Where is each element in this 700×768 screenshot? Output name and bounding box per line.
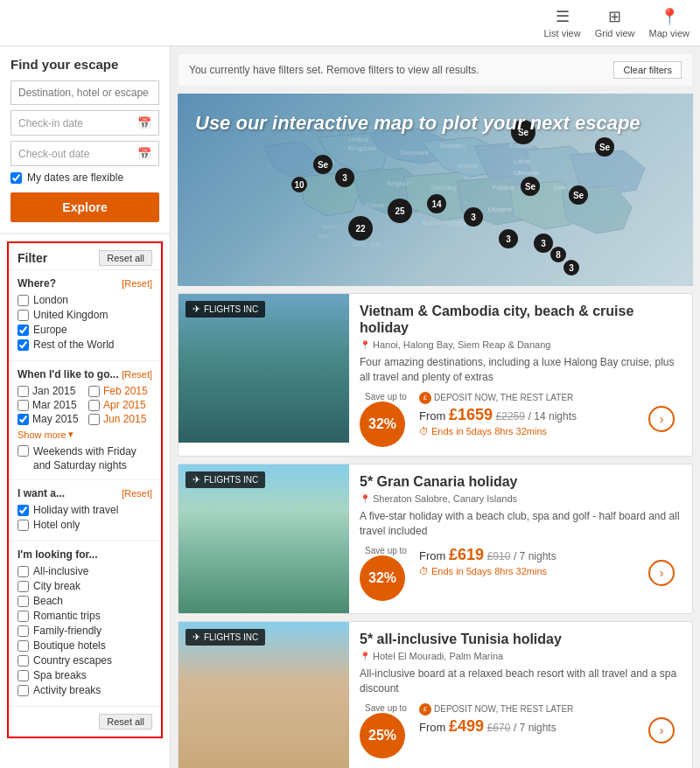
weekends-checkbox[interactable] bbox=[18, 445, 29, 457]
map-pin-se3[interactable]: Se bbox=[313, 155, 332, 174]
looking-label-5[interactable]: Boutique hotels bbox=[33, 639, 106, 652]
flights-badge-2: ✈ FLIGHTS INC bbox=[186, 471, 265, 488]
looking-checkbox-7[interactable] bbox=[18, 670, 29, 681]
looking-label-6[interactable]: Country escapes bbox=[33, 654, 112, 667]
map-view-btn[interactable]: 📍 Map view bbox=[649, 7, 690, 38]
i-want-title: I want a... bbox=[18, 487, 65, 499]
where-label-1[interactable]: United Kingdom bbox=[33, 309, 108, 321]
save-section-1: Save up to 32% bbox=[360, 392, 412, 447]
looking-checkbox-3[interactable] bbox=[18, 611, 29, 622]
map-pin-7[interactable]: 3 bbox=[499, 229, 518, 248]
where-checkbox-1[interactable] bbox=[18, 310, 29, 321]
map-pin-se2[interactable]: Se bbox=[569, 185, 588, 205]
when-reset-link[interactable]: [Reset] bbox=[122, 369, 152, 380]
where-checkbox-2[interactable] bbox=[18, 325, 29, 336]
map-pin-8[interactable]: 3 bbox=[534, 234, 553, 253]
month-checkbox-5[interactable] bbox=[88, 414, 100, 425]
month-checkbox-2[interactable] bbox=[18, 400, 29, 411]
month-checkbox-3[interactable] bbox=[88, 400, 100, 411]
map-pin-9[interactable]: 8 bbox=[550, 247, 566, 262]
price-main-2: From £619 £910 / 7 nights bbox=[419, 546, 641, 564]
grid-view-btn[interactable]: ⊞ Grid view bbox=[595, 7, 635, 38]
i-want-label-1[interactable]: Hotel only bbox=[33, 519, 80, 531]
month-label-4[interactable]: May 2015 bbox=[32, 413, 79, 425]
map-pin-4[interactable]: 25 bbox=[388, 199, 412, 223]
looking-checkbox-1[interactable] bbox=[18, 581, 29, 592]
looking-label-8[interactable]: Activity breaks bbox=[33, 684, 101, 696]
map-pin-10[interactable]: 3 bbox=[564, 260, 579, 276]
where-option-1: United Kingdom bbox=[18, 309, 152, 321]
deal-card-3: ✈ FLIGHTS INC 5* all-inclusive Tunisia h… bbox=[178, 621, 693, 768]
looking-label-4[interactable]: Family-friendly bbox=[33, 625, 102, 637]
map-pin-6[interactable]: 3 bbox=[464, 207, 483, 227]
arrow-circle-2[interactable]: › bbox=[648, 560, 675, 586]
looking-checkbox-5[interactable] bbox=[18, 640, 29, 652]
reset-all-top-button[interactable]: Reset all bbox=[99, 250, 152, 266]
map-pin-3[interactable]: Se bbox=[521, 177, 540, 196]
where-title: Where? bbox=[18, 277, 56, 290]
month-label-1[interactable]: Feb 2015 bbox=[103, 385, 148, 397]
looking-option-1: City break bbox=[18, 580, 152, 592]
list-view-label: List view bbox=[544, 28, 581, 38]
looking-checkbox-0[interactable] bbox=[18, 566, 29, 577]
find-escape-panel: Find your escape Check-in date 📅 Check-o… bbox=[0, 46, 170, 234]
looking-checkbox-8[interactable] bbox=[18, 685, 29, 696]
weekends-label[interactable]: Weekends with Friday and Saturday nights bbox=[33, 445, 152, 472]
deal-arrow-2[interactable]: › bbox=[641, 546, 682, 601]
looking-label-1[interactable]: City break bbox=[33, 580, 80, 592]
save-up-to-label-2: Save up to bbox=[365, 546, 407, 555]
arrow-circle-1[interactable]: › bbox=[648, 406, 675, 432]
looking-label-3[interactable]: Romantic trips bbox=[33, 610, 101, 622]
month-checkbox-0[interactable] bbox=[18, 386, 29, 397]
map-banner[interactable]: Denmark Sweden Estonia Latvia Lithuania … bbox=[178, 94, 693, 286]
i-want-checkbox-1[interactable] bbox=[18, 520, 29, 531]
month-label-0[interactable]: Jan 2015 bbox=[32, 385, 75, 397]
looking-label-7[interactable]: Spa breaks bbox=[33, 669, 87, 681]
map-pin-2[interactable]: Se bbox=[595, 137, 614, 157]
looking-checkbox-2[interactable] bbox=[18, 596, 29, 607]
where-label-0[interactable]: London bbox=[33, 294, 68, 306]
map-pin-22[interactable]: 22 bbox=[348, 216, 373, 241]
month-label-3[interactable]: Apr 2015 bbox=[103, 399, 146, 411]
flexible-dates-label[interactable]: My dates are flexible bbox=[27, 171, 123, 184]
looking-for-header: I'm looking for... bbox=[18, 548, 152, 561]
price-block-3: £ DEPOSIT NOW, THE REST LATER From £499 … bbox=[419, 703, 641, 758]
explore-button[interactable]: Explore bbox=[10, 192, 159, 222]
destination-input[interactable] bbox=[10, 80, 159, 105]
show-more-months[interactable]: Show more ▾ bbox=[18, 429, 152, 440]
map-pin-5[interactable]: 3 bbox=[335, 168, 354, 187]
flexible-dates-checkbox[interactable] bbox=[10, 172, 22, 184]
where-checkbox-3[interactable] bbox=[18, 339, 29, 351]
month-label-5[interactable]: Jun 2015 bbox=[103, 413, 146, 425]
map-pin-10[interactable]: 10 bbox=[291, 177, 307, 192]
price-was-2: £910 bbox=[487, 550, 511, 562]
month-checkbox-1[interactable] bbox=[88, 386, 100, 397]
plane-icon-3: ✈ bbox=[192, 632, 200, 643]
map-pin-14[interactable]: 14 bbox=[427, 194, 446, 213]
looking-label-2[interactable]: Beach bbox=[33, 595, 63, 607]
checkin-field[interactable]: Check-in date 📅 bbox=[10, 110, 159, 136]
month-checkbox-4[interactable] bbox=[18, 414, 29, 425]
looking-checkbox-6[interactable] bbox=[18, 655, 29, 667]
looking-checkbox-4[interactable] bbox=[18, 625, 29, 637]
clear-filters-button[interactable]: Clear filters bbox=[613, 61, 682, 79]
checkout-field[interactable]: Check-out date 📅 bbox=[10, 141, 159, 166]
month-label-2[interactable]: Mar 2015 bbox=[32, 399, 77, 411]
map-banner-text[interactable]: Use our interactive map to plot your nex… bbox=[195, 111, 640, 136]
location-icon-1: 📍 bbox=[360, 340, 370, 350]
where-checkbox-0[interactable] bbox=[18, 295, 29, 306]
deal-description-2: A five-star holiday with a beach club, s… bbox=[360, 509, 682, 539]
reset-all-bottom-button[interactable]: Reset all bbox=[99, 714, 152, 730]
where-reset-link[interactable]: [Reset] bbox=[122, 278, 152, 289]
deal-arrow-1[interactable]: › bbox=[641, 392, 682, 447]
looking-label-0[interactable]: All-inclusive bbox=[33, 565, 88, 577]
arrow-circle-3[interactable]: › bbox=[648, 717, 675, 744]
i-want-label-0[interactable]: Holiday with travel bbox=[33, 504, 118, 516]
i-want-checkbox-0[interactable] bbox=[18, 505, 29, 516]
filter-header: Filter Reset all bbox=[9, 243, 161, 270]
i-want-reset-link[interactable]: [Reset] bbox=[122, 488, 152, 499]
list-view-btn[interactable]: ☰ List view bbox=[544, 7, 581, 38]
where-label-2[interactable]: Europe bbox=[33, 324, 67, 336]
deal-arrow-3[interactable]: › bbox=[641, 703, 682, 758]
where-label-3[interactable]: Rest of the World bbox=[33, 339, 114, 351]
